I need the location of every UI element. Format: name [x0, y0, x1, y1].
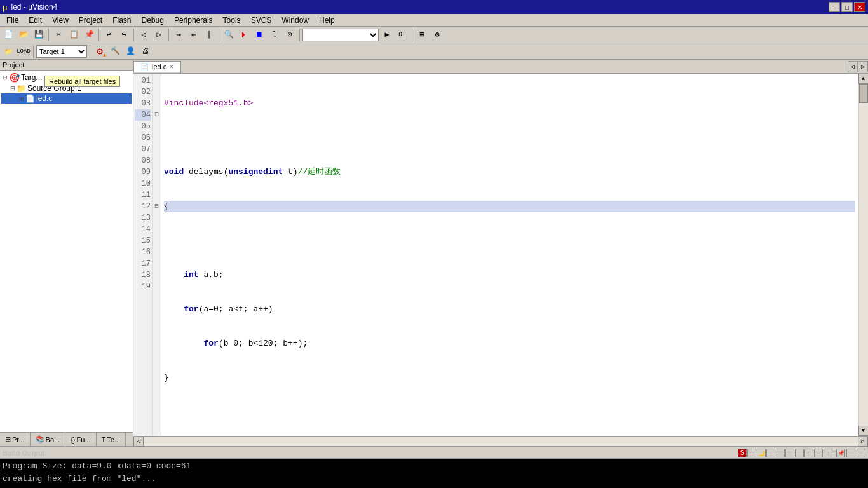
search-go-button[interactable]: ▶: [380, 28, 394, 42]
ime-punct-icon[interactable]: ∫: [766, 449, 775, 458]
save-button[interactable]: 💾: [32, 28, 46, 42]
undo-button[interactable]: ↩: [102, 28, 116, 42]
tab-books-label: Bo...: [46, 436, 60, 444]
ime-moon-icon[interactable]: 🌙: [757, 449, 766, 458]
project-btn[interactable]: 📁: [1, 44, 15, 58]
cut-button[interactable]: ✂: [51, 28, 65, 42]
toolbar-separator-1: [48, 29, 49, 41]
copy-button[interactable]: 📋: [67, 28, 81, 42]
ime-sougou-icon[interactable]: S: [738, 449, 747, 458]
build-minimize-icon[interactable]: –: [846, 449, 855, 458]
maximize-button[interactable]: □: [841, 2, 853, 12]
menu-item-project[interactable]: Project: [74, 15, 107, 26]
tab-templates[interactable]: T Te...: [97, 433, 126, 446]
build-close-icon[interactable]: ✕: [857, 449, 865, 458]
menu-item-help[interactable]: Help: [314, 15, 340, 26]
ime-keyboard-icon[interactable]: ⌨: [776, 449, 785, 458]
find-button[interactable]: 🔍: [222, 28, 236, 42]
line-num-5: 05: [135, 121, 151, 132]
menu-item-view[interactable]: View: [47, 15, 74, 26]
menu-item-file[interactable]: File: [1, 15, 24, 26]
tab-books[interactable]: 📚 Bo...: [31, 433, 66, 446]
debug-step-button[interactable]: ⤵: [268, 28, 281, 42]
tab-scroll-left[interactable]: ◁: [848, 61, 858, 72]
view-select-button[interactable]: ⊞: [415, 28, 429, 42]
person-button[interactable]: 👤: [123, 44, 137, 58]
fold-4[interactable]: ⊟: [153, 109, 161, 121]
fold-12[interactable]: ⊟: [153, 201, 161, 212]
menu-item-debug[interactable]: Debug: [137, 15, 169, 26]
code-line-3: void delayms(unsigned int t)//延时函数: [164, 166, 855, 178]
line-num-3: 03: [135, 98, 151, 109]
search-dropdown[interactable]: [302, 29, 379, 41]
tab-close-icon[interactable]: ✕: [169, 64, 174, 70]
nav-back-button[interactable]: ◁: [137, 28, 151, 42]
line-num-4: 04: [135, 109, 151, 121]
scroll-track[interactable]: [859, 84, 868, 426]
build-output: Build Output S 中 🌙 ∫ ⌨ ⊞ ○ ⊕ ≡ ▲ 📌 – ✕ P…: [0, 446, 868, 488]
menu-item-edit[interactable]: Edit: [24, 15, 47, 26]
target-icon: 🎯: [9, 72, 20, 83]
menu-item-tools[interactable]: Tools: [218, 15, 246, 26]
file-icon: 📄: [25, 94, 35, 103]
toggle-comment-button[interactable]: ∥: [202, 28, 216, 42]
new-file-button[interactable]: 📄: [1, 28, 15, 42]
fold-1[interactable]: [153, 75, 161, 86]
debug-run-button[interactable]: ⏵: [237, 28, 251, 42]
paste-button[interactable]: 📌: [82, 28, 96, 42]
expand-icon-source: ⊟: [10, 85, 15, 92]
rebuild-label: Rebuild all target files: [49, 78, 116, 85]
code-line-9: }: [164, 372, 855, 384]
ime-menu-icon[interactable]: ≡: [814, 449, 823, 458]
flash-download-button[interactable]: DL: [395, 28, 409, 42]
indent-button[interactable]: ⇥: [172, 28, 186, 42]
tab-scroll-right[interactable]: ▷: [858, 61, 868, 72]
tab-functions[interactable]: {} Fu...: [65, 433, 96, 446]
ime-chinese-icon[interactable]: 中: [747, 449, 756, 458]
toolbar-separator-7: [412, 29, 412, 41]
tab-functions-label: Fu...: [77, 436, 91, 444]
minimize-button[interactable]: –: [829, 2, 840, 12]
outdent-button[interactable]: ⇤: [187, 28, 201, 42]
close-button[interactable]: ✕: [854, 2, 865, 12]
scroll-up-arrow[interactable]: ▲: [858, 74, 869, 84]
project-tree: ⊟ 🎯 Targ... ⊟ 📁 Source Group 1 ⊞ 📄 led.c: [0, 71, 133, 432]
tab-led-c[interactable]: 📄 led.c ✕: [133, 61, 181, 72]
nav-fwd-button[interactable]: ▷: [152, 28, 166, 42]
toolbar2-sep-1: [33, 45, 34, 58]
rebuild-button[interactable]: ⚙ ▲: [93, 44, 107, 58]
build-button[interactable]: 🔨: [108, 44, 122, 58]
settings-button[interactable]: ⚙: [430, 28, 444, 42]
code-content[interactable]: #include<regx51.h> void delayms(unsigned…: [161, 74, 858, 436]
hscroll-left-arrow[interactable]: ◁: [133, 437, 144, 447]
redo-button[interactable]: ↪: [117, 28, 131, 42]
hscroll-right-arrow[interactable]: ▷: [858, 437, 868, 447]
hscroll-track[interactable]: [144, 437, 858, 446]
menu-item-svcs[interactable]: SVCS: [246, 15, 277, 26]
load-btn[interactable]: LOAD: [17, 44, 31, 58]
print-button[interactable]: 🖨: [139, 44, 153, 58]
line-num-16: 16: [135, 247, 151, 258]
menu-item-peripherals[interactable]: Peripherals: [169, 15, 218, 26]
menu-item-flash[interactable]: Flash: [107, 15, 136, 26]
ime-config1-icon[interactable]: ○: [795, 449, 804, 458]
open-file-button[interactable]: 📂: [17, 28, 31, 42]
expand-icon-led: ⊞: [19, 95, 24, 102]
tab-templates-label: Te...: [107, 436, 120, 444]
tree-item-led-c[interactable]: ⊞ 📄 led.c: [1, 93, 132, 104]
build-pin-icon[interactable]: 📌: [836, 449, 845, 458]
code-line-5: [164, 235, 855, 247]
debug-break-button[interactable]: ⊙: [283, 28, 297, 42]
menu-item-window[interactable]: Window: [276, 15, 314, 26]
scroll-thumb[interactable]: [859, 84, 868, 103]
toolbar-separator-2: [98, 29, 99, 41]
ime-up-icon[interactable]: ▲: [824, 449, 832, 458]
scroll-down-arrow[interactable]: ▼: [858, 426, 869, 436]
tab-project[interactable]: ⊞ Pr...: [0, 433, 31, 446]
target-select[interactable]: Target 1: [36, 45, 87, 58]
fold-18: [153, 269, 161, 281]
debug-stop-button[interactable]: ⏹: [252, 28, 266, 42]
line-num-2: 02: [135, 86, 151, 98]
ime-config2-icon[interactable]: ⊕: [804, 449, 813, 458]
ime-grid-icon[interactable]: ⊞: [785, 449, 794, 458]
